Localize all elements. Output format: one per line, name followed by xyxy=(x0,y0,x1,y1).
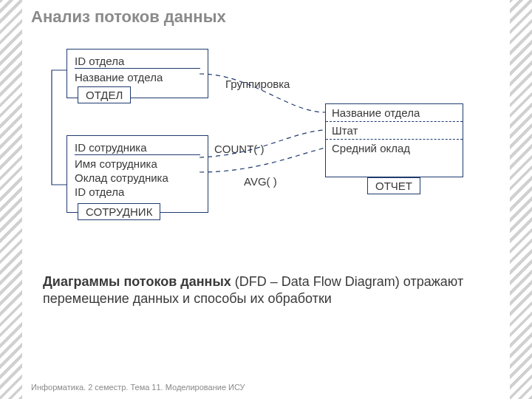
field: ID отдела xyxy=(75,54,200,69)
decor-hatch-left xyxy=(0,0,22,399)
entity-otdel-label: ОТДЕЛ xyxy=(78,86,131,103)
body-text: Диаграммы потоков данных (DFD – Data Flo… xyxy=(43,273,488,308)
flow-label-group: Группировка xyxy=(225,78,290,90)
footer: Информатика. 2 семестр. Тема 11. Моделир… xyxy=(31,383,245,392)
body-text-bold: Диаграммы потоков данных xyxy=(43,274,231,289)
report-row: Штат xyxy=(326,122,463,140)
field: Имя сотрудника xyxy=(75,157,200,171)
entity-report-label: ОТЧЕТ xyxy=(367,177,420,194)
flow-label-avg: AVG( ) xyxy=(244,175,277,188)
report-row: Название отдела xyxy=(326,104,463,122)
flow-label-count: COUNT( ) xyxy=(214,143,265,155)
entity-sotrudnik: ID сотрудника Имя сотрудника Оклад сотру… xyxy=(66,135,208,213)
entity-report: Название отдела Штат Средний оклад xyxy=(325,103,463,177)
entity-sotrudnik-label: СОТРУДНИК xyxy=(78,203,160,220)
page-title: Анализ потоков данных xyxy=(31,7,226,27)
field: Оклад сотрудника xyxy=(75,171,200,185)
report-row: Средний оклад xyxy=(326,140,463,177)
slide: Анализ потоков данных ID отдела Название… xyxy=(0,0,532,399)
field: ID отдела xyxy=(75,185,200,199)
field: ID сотрудника xyxy=(75,140,200,155)
decor-hatch-right xyxy=(510,0,532,399)
field: Название отдела xyxy=(75,70,200,84)
